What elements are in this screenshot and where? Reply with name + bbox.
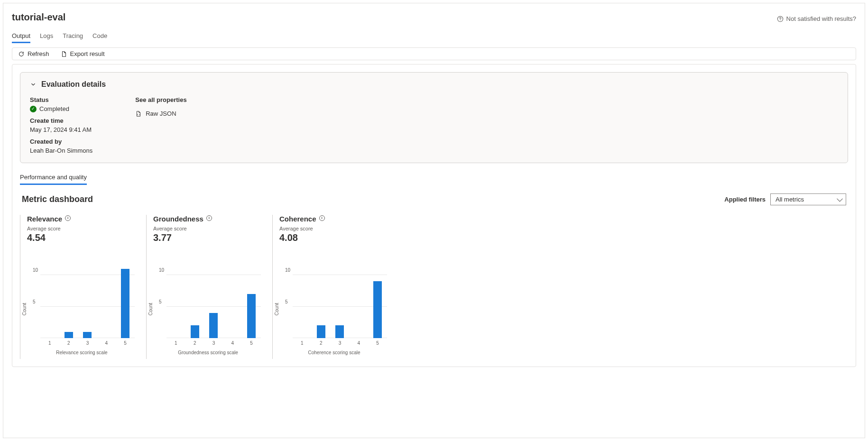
applied-filters-label: Applied filters xyxy=(724,196,766,203)
x-tick: 3 xyxy=(331,340,350,346)
feedback-link[interactable]: Not satisfied with results? xyxy=(777,15,856,22)
status-value: ✓ Completed xyxy=(30,105,92,112)
x-axis-label: Coherence scoring scale xyxy=(279,350,389,355)
y-tick: 10 xyxy=(285,267,290,273)
x-axis-label: Groundedness scoring scale xyxy=(153,350,263,355)
y-axis-label: Count xyxy=(22,303,27,316)
page-title: tutorial-eval xyxy=(12,12,65,23)
status-completed-icon: ✓ xyxy=(30,106,37,112)
chart-bar xyxy=(121,269,129,338)
chart-bar xyxy=(317,325,325,338)
chart-bar xyxy=(65,332,73,338)
svg-point-1 xyxy=(780,20,780,20)
average-score-value: 3.77 xyxy=(153,232,263,243)
info-icon[interactable]: i xyxy=(206,215,212,221)
raw-json-label: Raw JSON xyxy=(146,110,176,117)
refresh-button[interactable]: Refresh xyxy=(18,50,49,57)
chart-bar xyxy=(247,294,256,338)
sub-tab-performance[interactable]: Performance and quality xyxy=(20,172,87,185)
chart-bar xyxy=(83,332,92,338)
evaluation-details-panel: Evaluation details Status ✓ Completed Cr… xyxy=(20,72,848,163)
see-all-properties-label: See all properties xyxy=(135,96,186,103)
x-tick: 5 xyxy=(242,340,261,346)
average-score-label: Average score xyxy=(27,226,137,231)
x-tick: 5 xyxy=(368,340,387,346)
details-header[interactable]: Evaluation details xyxy=(30,80,838,89)
y-tick: 5 xyxy=(33,299,36,304)
export-label: Export result xyxy=(70,50,105,57)
y-axis-label: Count xyxy=(274,303,279,316)
metric-title: Relevancei xyxy=(27,215,137,223)
refresh-icon xyxy=(18,51,25,57)
help-icon xyxy=(777,16,784,22)
x-tick: 2 xyxy=(185,340,204,346)
metric-chart: Count51012345Relevance scoring scale xyxy=(27,259,137,359)
metric-card: GroundednessiAverage score3.77Count51012… xyxy=(146,215,263,359)
status-label: Status xyxy=(30,96,92,103)
json-file-icon xyxy=(135,110,142,117)
y-tick: 5 xyxy=(285,299,288,304)
created-by-label: Created by xyxy=(30,138,92,145)
metric-card: CoherenceiAverage score4.08Count51012345… xyxy=(272,215,389,359)
created-by-value: Leah Bar-On Simmons xyxy=(30,147,92,154)
x-tick: 5 xyxy=(116,340,135,346)
metric-chart: Count51012345Coherence scoring scale xyxy=(279,259,389,359)
details-title: Evaluation details xyxy=(41,80,106,89)
metric-title: Coherencei xyxy=(279,215,389,223)
x-tick: 4 xyxy=(349,340,368,346)
create-time-value: May 17, 2024 9:41 AM xyxy=(30,126,92,133)
x-axis-label: Relevance scoring scale xyxy=(27,350,137,355)
tab-logs[interactable]: Logs xyxy=(40,29,53,43)
raw-json-link[interactable]: Raw JSON xyxy=(135,110,186,117)
info-icon[interactable]: i xyxy=(65,215,71,221)
tab-tracing[interactable]: Tracing xyxy=(63,29,83,43)
main-tabs: Output Logs Tracing Code xyxy=(12,29,856,44)
tab-code[interactable]: Code xyxy=(92,29,107,43)
export-icon xyxy=(61,51,67,57)
y-tick: 5 xyxy=(159,299,162,304)
refresh-label: Refresh xyxy=(28,50,49,57)
average-score-label: Average score xyxy=(153,226,263,231)
chart-bar xyxy=(191,325,199,338)
x-tick: 3 xyxy=(204,340,223,346)
chart-bar xyxy=(209,313,218,338)
x-tick: 4 xyxy=(97,340,116,346)
metric-card: RelevanceiAverage score4.54Count51012345… xyxy=(20,215,137,359)
metrics-filter-value: All metrics xyxy=(776,196,804,203)
metric-chart: Count51012345Groundedness scoring scale xyxy=(153,259,263,359)
average-score-value: 4.08 xyxy=(279,232,389,243)
info-icon[interactable]: i xyxy=(319,215,325,221)
metric-title: Groundednessi xyxy=(153,215,263,223)
toolbar: Refresh Export result xyxy=(12,47,856,60)
y-axis-label: Count xyxy=(148,303,153,316)
average-score-label: Average score xyxy=(279,226,389,231)
feedback-text: Not satisfied with results? xyxy=(786,15,856,22)
x-tick: 4 xyxy=(223,340,242,346)
x-tick: 3 xyxy=(78,340,97,346)
x-tick: 1 xyxy=(40,340,59,346)
export-button[interactable]: Export result xyxy=(61,50,105,57)
chevron-down-icon xyxy=(30,81,37,88)
chart-bar xyxy=(373,281,382,338)
create-time-label: Create time xyxy=(30,117,92,124)
y-tick: 10 xyxy=(159,267,164,273)
dashboard-title: Metric dashboard xyxy=(22,194,93,204)
status-text: Completed xyxy=(39,105,69,112)
x-tick: 1 xyxy=(166,340,185,346)
average-score-value: 4.54 xyxy=(27,232,137,243)
chart-bar xyxy=(335,325,344,338)
metrics-filter-select[interactable]: All metrics xyxy=(770,193,846,205)
tab-output[interactable]: Output xyxy=(12,29,30,43)
x-tick: 2 xyxy=(59,340,78,346)
y-tick: 10 xyxy=(33,267,38,273)
x-tick: 1 xyxy=(293,340,312,346)
x-tick: 2 xyxy=(312,340,331,346)
content-area: Evaluation details Status ✓ Completed Cr… xyxy=(12,64,856,367)
